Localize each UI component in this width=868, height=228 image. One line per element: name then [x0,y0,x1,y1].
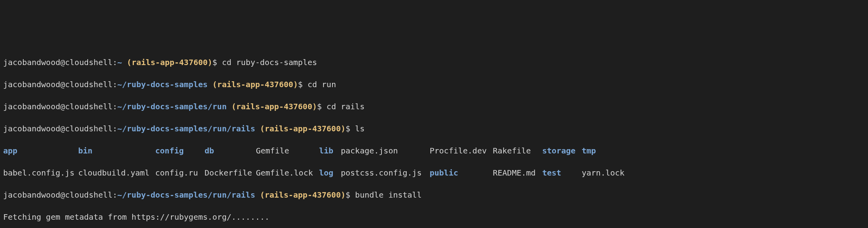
command-text: cd ruby-docs-samples [222,58,317,67]
cwd-path: ~/ruby-docs-samples/run/rails [117,124,255,133]
ls-item-file: package.json [341,145,430,156]
prompt-line-3: jacobandwood@cloudshell:~/ruby-docs-samp… [3,101,865,112]
ls-item-file: babel.config.js [3,167,78,178]
terminal-output[interactable]: jacobandwood@cloudshell:~ (rails-app-437… [3,46,865,228]
project-id: (rails-app-437600) [212,80,298,89]
user-host: jacobandwood@cloudshell [3,124,113,133]
ls-item-file: Dockerfile [205,167,256,178]
ls-item-dir: tmp [582,145,605,156]
ls-item-dir: log [319,167,341,178]
user-host: jacobandwood@cloudshell [3,102,113,111]
ls-item-file: yarn.lock [582,167,605,178]
ls-item-file: postcss.config.js [341,167,430,178]
user-host: jacobandwood@cloudshell [3,58,113,67]
ls-item-file: config.ru [155,167,205,178]
prompt-line-2: jacobandwood@cloudshell:~/ruby-docs-samp… [3,79,865,90]
project-id: (rails-app-437600) [231,102,317,111]
command-text: ls [355,124,364,133]
prompt-line-4: jacobandwood@cloudshell:~/ruby-docs-samp… [3,123,865,134]
ls-item-dir: db [205,145,256,156]
cwd-path: ~/ruby-docs-samples [117,80,208,89]
project-id: (rails-app-437600) [127,58,212,67]
cwd-path: ~/ruby-docs-samples/run/rails [117,190,255,200]
project-id: (rails-app-437600) [260,124,346,133]
bundle-output-line: Fetching gem metadata from https://rubyg… [3,211,865,222]
ls-item-file: README.md [493,167,542,178]
cwd-path: ~/ruby-docs-samples/run [117,102,227,111]
ls-item-file: Rakefile [493,145,542,156]
ls-item-dir: app [3,145,78,156]
cwd-path: ~ [117,58,122,67]
ls-item-file: Procfile.dev [430,145,493,156]
ls-item-dir: bin [78,145,155,156]
ls-item-dir: storage [542,145,582,156]
ls-item-file: cloudbuild.yaml [78,167,155,178]
user-host: jacobandwood@cloudshell [3,80,113,89]
prompt-line-1: jacobandwood@cloudshell:~ (rails-app-437… [3,57,865,68]
project-id: (rails-app-437600) [260,190,346,200]
ls-item-file: Gemfile [256,145,319,156]
ls-item-dir: lib [319,145,341,156]
user-host: jacobandwood@cloudshell [3,190,113,200]
ls-output-row-2: babel.config.jscloudbuild.yamlconfig.ruD… [3,167,865,178]
ls-item-file: Gemfile.lock [256,167,319,178]
ls-item-dir: public [430,167,493,178]
command-text: cd run [308,80,336,89]
ls-item-dir: config [155,145,205,156]
prompt-line-5: jacobandwood@cloudshell:~/ruby-docs-samp… [3,189,865,200]
command-text: cd rails [327,102,364,111]
command-text: bundle install [355,190,422,200]
ls-output-row-1: appbinconfigdbGemfilelibpackage.jsonProc… [3,145,865,156]
ls-item-dir: test [542,167,582,178]
